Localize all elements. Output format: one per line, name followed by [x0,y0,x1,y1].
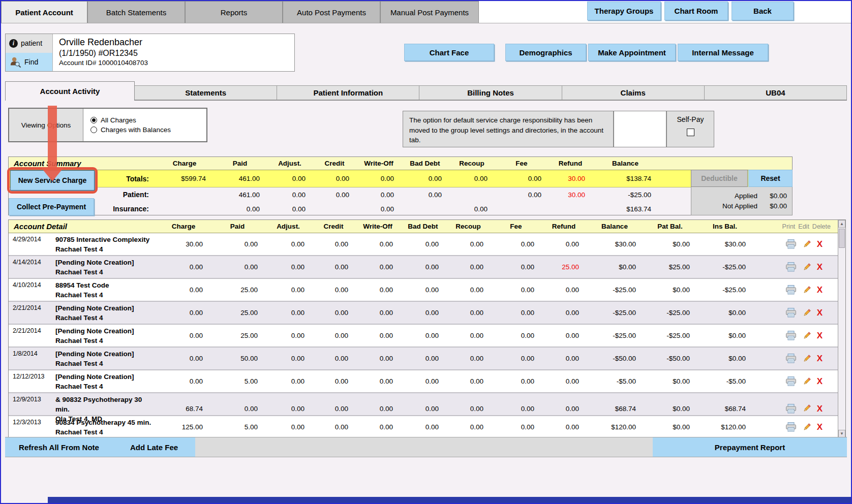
delete-icon[interactable]: X [817,286,823,294]
summary-row-patient: Patient:461.000.000.000.000.000.0030.00-… [9,187,792,202]
tab-claims[interactable]: Claims [562,85,705,100]
reset-button[interactable]: Reset [748,170,793,187]
new-service-charge-button[interactable]: New Service Charge [10,170,95,191]
table-row: 12/9/2013 & 90832 Psychotherapy 30 min. … [9,393,838,416]
dcol-recoup: Recoup [446,223,491,230]
detail-credit-value: 0.00 [312,332,355,339]
radio-option-all-charges[interactable]: All Charges [90,116,206,124]
self-pay-box: Self-Pay [666,111,714,147]
detail-ins-bal-value: -$5.00 [697,377,753,385]
nav-tab-reports[interactable]: Reports [185,1,283,23]
print-icon[interactable] [785,331,797,340]
add-late-fee-button[interactable]: Add Late Fee [113,437,195,457]
delete-icon[interactable]: X [817,308,823,317]
row-actions: X [753,256,838,278]
chart-room-button[interactable]: Chart Room [664,2,728,20]
print-icon[interactable] [785,404,797,414]
account-detail-title: Account Detail [9,222,157,231]
therapy-groups-button[interactable]: Therapy Groups [587,2,661,20]
summary-balance-value: $138.74 [592,175,658,182]
row-actions: X [753,370,838,392]
dcol-delete: Delete [812,223,831,230]
detail-credit-value: 0.00 [312,355,355,362]
scrollbar-thumb[interactable] [839,229,845,248]
account-summary-header: Account Summary Charge Paid Adjust. Cred… [9,157,792,170]
dcol-balance: Balance [586,223,643,230]
patient-info-button[interactable]: i patient [6,34,52,53]
scroll-down-arrow[interactable]: ▼ [838,430,845,437]
summary-bad-debt-value: 0.00 [401,191,449,199]
edit-icon[interactable] [802,263,811,272]
delete-icon[interactable]: X [817,240,823,248]
detail-ins-bal-value: $120.00 [697,423,753,431]
delete-icon[interactable]: X [817,404,823,413]
row-actions: X [753,302,838,324]
print-icon[interactable] [785,422,797,432]
summary-adjust-value: 0.00 [267,191,313,199]
summary-balance-value: -$25.00 [592,191,658,199]
service-provider: Rachael Test 4 [55,359,157,369]
internal-message-button[interactable]: Internal Message [678,44,768,61]
detail-adjust-value: 0.00 [265,240,312,248]
edit-icon[interactable] [802,240,811,249]
prepayment-report-button[interactable]: Prepayment Report [653,437,847,457]
print-icon[interactable] [785,239,797,249]
summary-fee-value: 0.00 [495,191,549,199]
summary-bad-debt-value: 0.00 [401,175,449,182]
edit-icon[interactable] [802,404,811,413]
print-icon[interactable] [785,308,797,318]
scroll-up-arrow[interactable]: ▲ [838,220,845,228]
edit-icon[interactable] [802,308,811,318]
delete-icon[interactable]: X [817,354,823,363]
self-pay-checkbox[interactable] [687,129,694,136]
demographics-button[interactable]: Demographics [505,44,586,61]
summary-credit-value: 0.00 [313,191,356,199]
not-applied-value: $0.00 [757,202,789,210]
edit-icon[interactable] [802,377,811,386]
tab-statements[interactable]: Statements [135,85,277,100]
tab-billing-notes[interactable]: Billing Notes [419,85,562,100]
detail-refund-value: 0.00 [541,355,586,362]
radio-option-charges-with-balances[interactable]: Charges with Balances [90,126,206,134]
find-patient-button[interactable]: Find [6,53,52,72]
refresh-all-from-note-button[interactable]: Refresh All From Note [5,437,113,457]
tab-ub04[interactable]: UB04 [705,85,847,100]
print-icon[interactable] [785,285,797,295]
delete-icon[interactable]: X [817,423,823,431]
radio-icon[interactable] [90,127,97,133]
back-button[interactable]: Back [732,2,794,20]
nav-tab-batch-statements[interactable]: Batch Statements [87,1,185,23]
print-icon[interactable] [785,262,797,272]
edit-icon[interactable] [802,354,811,363]
table-row: 12/3/2013 90834 Psychotherapy 45 min. Ra… [9,416,838,437]
edit-icon[interactable] [802,423,811,432]
collect-pre-payment-button[interactable]: Collect Pre-Payment [9,198,94,215]
detail-fee-value: 0.00 [491,263,541,271]
tab-patient-information[interactable]: Patient Information [277,85,419,100]
edit-icon[interactable] [802,331,811,340]
vertical-scrollbar[interactable]: ▲ ▼ [838,220,845,437]
print-icon[interactable] [785,354,797,363]
detail-fee-value: 0.00 [491,309,541,317]
footer-spacer [195,437,653,457]
detail-refund-value: 0.00 [541,423,586,431]
delete-icon[interactable]: X [817,263,823,271]
edit-icon[interactable] [802,286,811,295]
radio-icon[interactable] [90,117,97,123]
tab-account-activity[interactable]: Account Activity [5,81,135,101]
print-icon[interactable] [785,376,797,386]
patient-dob-id: (1/1/1950) #OR12345 [59,48,148,58]
deductible-button[interactable]: Deductible [691,170,748,187]
nav-tab-manual-post-payments[interactable]: Manual Post Payments [380,1,479,23]
nav-tab-patient-account[interactable]: Patient Account [1,1,87,23]
service-date: 4/29/2014 [9,233,55,255]
detail-refund-value: 0.00 [541,377,586,385]
service-description-cell: [Pending Note Creation] Rachael Test 4 [55,302,157,324]
delete-icon[interactable]: X [817,331,823,340]
section-tabs: Account Activity Statements Patient Info… [5,85,847,101]
detail-ins-bal-value: $0.00 [697,355,753,362]
chart-face-button[interactable]: Chart Face [404,44,494,61]
make-appointment-button[interactable]: Make Appointment [588,44,676,61]
delete-icon[interactable]: X [817,377,823,386]
nav-tab-auto-post-payments[interactable]: Auto Post Payments [283,1,380,23]
